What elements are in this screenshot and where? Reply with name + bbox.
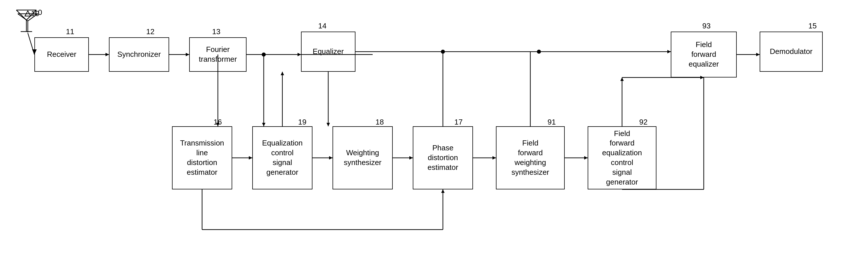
svg-point-43 — [441, 50, 445, 54]
svg-marker-40 — [700, 76, 704, 79]
svg-marker-16 — [667, 50, 671, 53]
svg-marker-20 — [262, 123, 266, 126]
svg-marker-13 — [298, 53, 301, 56]
svg-marker-26 — [249, 156, 252, 160]
connections-svg — [0, 0, 868, 258]
svg-marker-18 — [756, 53, 760, 56]
svg-marker-24 — [327, 123, 330, 126]
diagram: 10 10 Receiver 11 Synchronizer 12 Fourie… — [0, 0, 868, 258]
svg-point-15 — [537, 50, 541, 54]
svg-line-52 — [26, 10, 36, 20]
svg-marker-38 — [620, 78, 624, 81]
svg-marker-28 — [281, 72, 284, 75]
svg-marker-36 — [584, 156, 588, 160]
antenna-svg — [12, 6, 41, 34]
svg-marker-46 — [441, 190, 444, 193]
svg-marker-6 — [32, 49, 37, 55]
svg-marker-10 — [186, 53, 189, 56]
svg-marker-30 — [329, 156, 333, 160]
svg-marker-22 — [216, 123, 220, 126]
svg-marker-32 — [409, 156, 413, 160]
svg-marker-8 — [105, 53, 109, 56]
svg-line-51 — [16, 10, 26, 20]
svg-marker-34 — [493, 156, 496, 160]
